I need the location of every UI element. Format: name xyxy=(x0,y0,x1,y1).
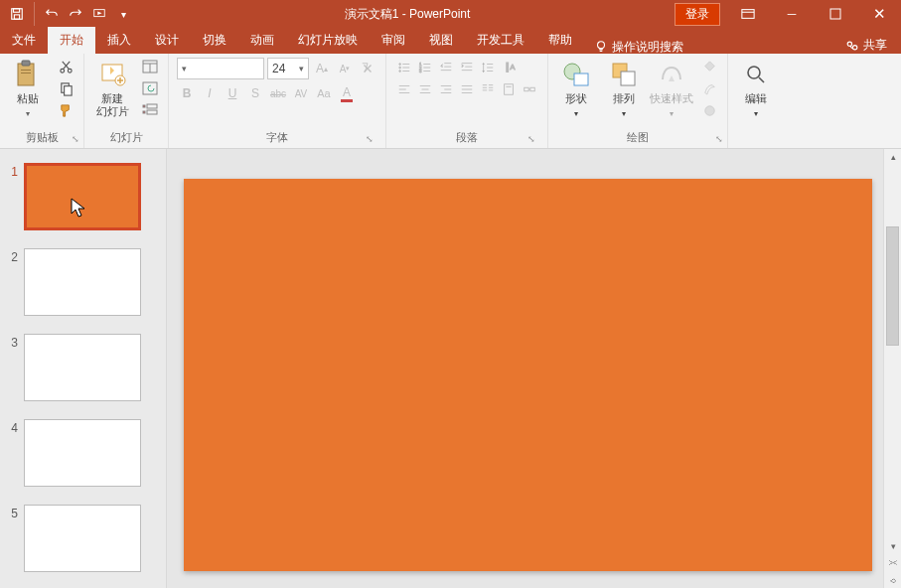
columns-icon[interactable] xyxy=(478,79,498,99)
tab-help[interactable]: 帮助 xyxy=(536,27,584,54)
save-icon[interactable] xyxy=(6,3,28,25)
font-launcher-icon[interactable]: ⤡ xyxy=(366,134,374,144)
arrange-button[interactable]: 排列▾ xyxy=(602,57,646,122)
font-color-icon[interactable]: A xyxy=(337,83,357,103)
svg-rect-10 xyxy=(18,64,34,85)
tab-file[interactable]: 文件 xyxy=(0,27,48,54)
italic-button[interactable]: I xyxy=(200,83,220,103)
scroll-down-icon[interactable]: ▾ xyxy=(884,538,901,554)
new-slide-button[interactable]: 新建 幻灯片 xyxy=(90,57,134,122)
paragraph-launcher-icon[interactable]: ⤡ xyxy=(527,134,535,144)
thumbnail-5[interactable]: 5 xyxy=(0,505,158,572)
clear-formatting-icon[interactable] xyxy=(358,59,377,78)
tell-me-input[interactable] xyxy=(612,40,691,54)
align-center-icon[interactable] xyxy=(415,79,435,99)
paste-button[interactable]: 粘贴 ▾ xyxy=(6,57,50,122)
clipboard-launcher-icon[interactable]: ⤡ xyxy=(72,134,79,144)
svg-point-15 xyxy=(68,69,72,73)
increase-font-icon[interactable]: A▴ xyxy=(312,59,332,78)
tab-transition[interactable]: 切换 xyxy=(191,27,238,54)
slide-thumbnail-pane[interactable]: 1 2 3 4 5 xyxy=(0,149,167,588)
tab-home[interactable]: 开始 xyxy=(48,27,95,54)
window-controls: 登录 ─ ✕ xyxy=(675,3,901,26)
slide-editor[interactable] xyxy=(167,149,883,588)
font-size-combo[interactable]: 24▾ xyxy=(267,58,309,79)
smartart-icon[interactable] xyxy=(520,79,539,99)
group-font: ▾ 24▾ A▴ A▾ B I U S abc AV Aa A 字体⤡ xyxy=(169,54,386,148)
svg-rect-1 xyxy=(14,9,20,13)
underline-button[interactable]: U xyxy=(223,83,242,103)
slide-canvas[interactable] xyxy=(184,179,872,571)
align-text-icon[interactable] xyxy=(499,79,519,99)
thumbnail-1[interactable]: 1 xyxy=(0,163,158,230)
change-case-icon[interactable]: Aa xyxy=(314,83,334,103)
quick-access-toolbar: ▾ xyxy=(0,2,140,26)
paste-icon xyxy=(15,60,41,89)
share-button[interactable]: 共享 xyxy=(831,37,901,54)
tab-insert[interactable]: 插入 xyxy=(95,27,143,54)
maximize-icon[interactable] xyxy=(814,3,857,25)
group-drawing: 形状▾ 排列▾ 快速样式▾ 绘图⤡ xyxy=(548,54,728,148)
line-spacing-icon[interactable] xyxy=(478,58,498,77)
qat-customize-icon[interactable]: ▾ xyxy=(112,3,134,25)
section-icon[interactable] xyxy=(138,100,162,120)
thumbnail-4[interactable]: 4 xyxy=(0,419,158,487)
undo-icon[interactable] xyxy=(41,3,63,25)
tab-animation[interactable]: 动画 xyxy=(238,27,286,54)
tab-design[interactable]: 设计 xyxy=(143,27,191,54)
cut-icon[interactable] xyxy=(54,57,77,76)
tab-view[interactable]: 视图 xyxy=(417,27,465,54)
decrease-font-icon[interactable]: A▾ xyxy=(335,59,355,78)
svg-text:3: 3 xyxy=(419,69,422,74)
drawing-launcher-icon[interactable]: ⤡ xyxy=(715,134,723,144)
prev-slide-icon[interactable]: ⪥ xyxy=(884,554,901,571)
close-icon[interactable]: ✕ xyxy=(857,3,901,25)
align-left-icon[interactable] xyxy=(394,79,414,99)
svg-text:║A: ║A xyxy=(505,62,516,73)
start-from-beginning-icon[interactable] xyxy=(88,3,110,25)
tell-me-search[interactable] xyxy=(584,40,701,54)
svg-rect-24 xyxy=(147,104,157,108)
bullets-icon[interactable] xyxy=(394,58,414,77)
reset-icon[interactable] xyxy=(138,78,162,98)
tab-review[interactable]: 审阅 xyxy=(370,27,417,54)
scroll-up-icon[interactable]: ▴ xyxy=(884,149,901,165)
svg-rect-27 xyxy=(143,111,145,113)
font-name-combo[interactable]: ▾ xyxy=(177,58,264,79)
justify-icon[interactable] xyxy=(457,79,477,99)
thumbnail-2[interactable]: 2 xyxy=(0,248,158,316)
format-painter-icon[interactable] xyxy=(54,100,77,120)
shape-outline-icon[interactable] xyxy=(697,78,721,98)
scroll-thumb[interactable] xyxy=(886,226,899,346)
redo-icon[interactable] xyxy=(65,3,86,25)
layout-icon[interactable] xyxy=(138,57,162,76)
shadow-button[interactable]: S xyxy=(245,83,265,103)
new-slide-icon xyxy=(98,61,126,88)
shape-fill-icon[interactable] xyxy=(697,57,721,76)
thumbnail-3[interactable]: 3 xyxy=(0,334,158,401)
shapes-button[interactable]: 形状▾ xyxy=(554,57,598,122)
editing-button[interactable]: 编辑▾ xyxy=(734,57,778,122)
increase-indent-icon[interactable] xyxy=(457,58,477,77)
char-spacing-icon[interactable]: AV xyxy=(291,83,311,103)
strike-button[interactable]: abc xyxy=(268,83,288,103)
bold-button[interactable]: B xyxy=(177,83,197,103)
text-direction-icon[interactable]: ║A xyxy=(499,58,519,77)
sign-in-button[interactable]: 登录 xyxy=(675,3,720,26)
align-right-icon[interactable] xyxy=(436,79,456,99)
decrease-indent-icon[interactable] xyxy=(436,58,456,77)
ribbon-display-icon[interactable] xyxy=(726,3,770,25)
tab-slideshow[interactable]: 幻灯片放映 xyxy=(286,27,370,54)
svg-point-14 xyxy=(60,69,64,73)
shape-effects-icon[interactable] xyxy=(697,100,721,120)
minimize-icon[interactable]: ─ xyxy=(770,3,814,25)
svg-rect-75 xyxy=(621,72,635,85)
group-clipboard: 粘贴 ▾ 剪贴板⤡ xyxy=(0,54,84,148)
tab-developer[interactable]: 开发工具 xyxy=(465,27,536,54)
numbering-icon[interactable]: 123 xyxy=(415,58,435,77)
group-paragraph: 123 ║A 段落⤡ xyxy=(386,54,548,148)
vertical-scrollbar[interactable]: ▴ ▾ ⪥ ⪦ xyxy=(883,149,901,588)
copy-icon[interactable] xyxy=(54,78,77,98)
next-slide-icon[interactable]: ⪦ xyxy=(884,571,901,588)
quick-styles-button[interactable]: 快速样式▾ xyxy=(650,57,693,122)
